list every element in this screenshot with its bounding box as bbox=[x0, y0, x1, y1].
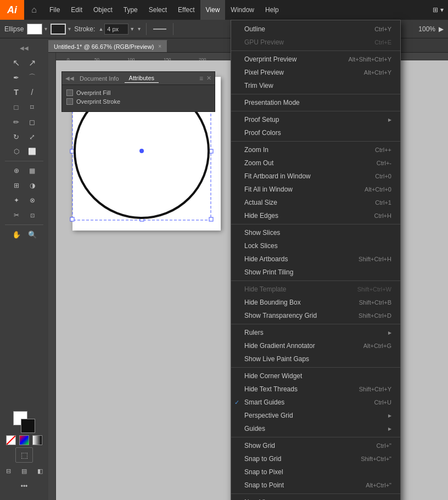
menu-item-shortcut-smart-guides: Ctrl+U bbox=[374, 399, 391, 406]
menu-view[interactable]: View bbox=[200, 0, 226, 20]
menu-window[interactable]: Window bbox=[225, 0, 260, 20]
menu-item-presentation-mode[interactable]: Presentation Mode bbox=[231, 96, 400, 109]
selection-tool[interactable]: ↖ bbox=[9, 55, 24, 70]
stroke-up-arrow[interactable]: ▲ bbox=[98, 26, 103, 32]
screen-mode-btn3[interactable]: ◧ bbox=[32, 464, 48, 478]
menu-item-hide-corner-widget[interactable]: Hide Corner Widget bbox=[231, 369, 400, 383]
free-transform-tool[interactable]: ⬜ bbox=[25, 144, 40, 159]
left-toolbar: ◀◀ ↖ ↗ ✒ ⌒ T / □ ⌑ ✏ ◻ ↻ ⤢ ⬡ ⬜ ⊕ ▦ ⊞ ◑ bbox=[0, 38, 48, 500]
menu-item-rulers[interactable]: Rulers bbox=[231, 326, 400, 339]
stroke-weight-input[interactable] bbox=[104, 24, 128, 35]
color-swatch[interactable] bbox=[19, 435, 29, 445]
screen-mode-btn2[interactable]: ▤ bbox=[16, 464, 32, 478]
scale-tool[interactable]: ⤢ bbox=[25, 130, 40, 144]
menu-object[interactable]: Object bbox=[88, 0, 118, 20]
stroke-style-dash bbox=[153, 29, 166, 30]
overprint-stroke-checkbox[interactable] bbox=[66, 98, 73, 105]
menu-item-overprint-preview[interactable]: Overprint PreviewAlt+Shift+Ctrl+Y bbox=[231, 53, 400, 66]
graph-tool[interactable]: ▦ bbox=[25, 164, 40, 178]
menu-item-label-show-slices: Show Slices bbox=[244, 229, 391, 237]
menu-edit[interactable]: Edit bbox=[65, 0, 88, 20]
menu-item-show-slices[interactable]: Show Slices bbox=[231, 226, 400, 239]
stroke-arrow2[interactable]: ▾ bbox=[138, 26, 141, 32]
zoom-tool[interactable]: 🔍 bbox=[25, 227, 40, 241]
eraser-tool[interactable]: ◻ bbox=[25, 115, 40, 129]
panel-collapse-btn[interactable]: ◀◀ bbox=[65, 75, 74, 81]
artboard-tool[interactable]: ⊡ bbox=[25, 208, 40, 222]
menu-item-trim-view[interactable]: Trim View bbox=[231, 79, 400, 92]
menu-item-guides[interactable]: Guides bbox=[231, 422, 400, 435]
stroke-down-arrow[interactable]: ▼ bbox=[130, 26, 135, 32]
menu-item-zoom-in[interactable]: Zoom InCtrl++ bbox=[231, 143, 400, 156]
direct-select-tool[interactable]: ↗ bbox=[25, 55, 40, 70]
blend-tool[interactable]: ⊗ bbox=[25, 193, 40, 207]
menu-file[interactable]: File bbox=[44, 0, 65, 20]
menu-item-new-view[interactable]: New View... bbox=[231, 496, 400, 500]
gradient-tool[interactable]: ◑ bbox=[25, 178, 40, 193]
tab-untitled[interactable]: Untitled-1* @ 66.67% (RGB/Preview) × bbox=[48, 40, 167, 52]
warp-tool[interactable]: ⬡ bbox=[9, 144, 24, 159]
menu-item-proof-setup[interactable]: Proof Setup bbox=[231, 113, 400, 126]
menu-item-snap-to-pixel[interactable]: Snap to Pixel bbox=[231, 465, 400, 479]
menu-item-label-actual-size: Actual Size bbox=[244, 199, 366, 206]
draw-mode-btn[interactable]: ⬚ bbox=[15, 447, 33, 463]
menu-item-hide-edges[interactable]: Hide EdgesCtrl+H bbox=[231, 209, 400, 222]
menu-item-show-grid[interactable]: Show GridCtrl+" bbox=[231, 439, 400, 452]
zoom-arrow[interactable]: ▶ bbox=[439, 25, 444, 33]
menu-item-zoom-out[interactable]: Zoom OutCtrl+- bbox=[231, 156, 400, 170]
menu-item-actual-size[interactable]: Actual SizeCtrl+1 bbox=[231, 196, 400, 209]
menu-item-lock-slices[interactable]: Lock Slices bbox=[231, 239, 400, 252]
lt-expand-left[interactable]: ◀◀ bbox=[16, 41, 32, 55]
symbol-sprayer-tool[interactable]: ⊕ bbox=[9, 164, 24, 178]
menu-item-proof-colors[interactable]: Proof Colors bbox=[231, 126, 400, 139]
paintbrush-tool[interactable]: ⌑ bbox=[25, 100, 40, 114]
curvature-tool[interactable]: ⌒ bbox=[25, 70, 40, 85]
menu-item-fit-artboard[interactable]: Fit Artboard in WindowCtrl+0 bbox=[231, 170, 400, 183]
rectangle-tool[interactable]: □ bbox=[9, 100, 24, 114]
pen-tool[interactable]: ✒ bbox=[9, 70, 24, 85]
home-button[interactable]: ⌂ bbox=[24, 0, 44, 20]
fill-arrow[interactable]: ▾ bbox=[44, 26, 47, 32]
line-tool[interactable]: / bbox=[25, 85, 40, 99]
panel-tab-docinfo[interactable]: Document Info bbox=[75, 74, 124, 83]
menu-item-hide-text-threads[interactable]: Hide Text ThreadsShift+Ctrl+Y bbox=[231, 383, 400, 396]
eyedropper-tool[interactable]: ✦ bbox=[9, 193, 24, 207]
screen-mode-btn[interactable]: ⊟ bbox=[1, 464, 16, 478]
menu-item-show-print-tiling[interactable]: Show Print Tiling bbox=[231, 266, 400, 279]
menu-item-snap-to-point[interactable]: Snap to PointAlt+Ctrl+" bbox=[231, 479, 400, 492]
menu-item-smart-guides[interactable]: Smart GuidesCtrl+U bbox=[231, 396, 400, 409]
menu-item-fit-all[interactable]: Fit All in WindowAlt+Ctrl+0 bbox=[231, 183, 400, 196]
fill-swatch[interactable] bbox=[27, 24, 42, 35]
menu-help[interactable]: Help bbox=[260, 0, 284, 20]
menu-item-hide-bounding-box[interactable]: Hide Bounding BoxShift+Ctrl+B bbox=[231, 296, 400, 309]
stroke-arrow[interactable]: ▾ bbox=[68, 26, 71, 32]
mesh-tool[interactable]: ⊞ bbox=[9, 178, 24, 193]
none-swatch[interactable] bbox=[6, 435, 16, 445]
panel-tab-attributes[interactable]: Attributes bbox=[125, 74, 159, 83]
menu-item-snap-to-grid[interactable]: Snap to GridShift+Ctrl+" bbox=[231, 452, 400, 465]
menu-item-show-live-paint-gaps[interactable]: Show Live Paint Gaps bbox=[231, 352, 400, 366]
menu-item-outline[interactable]: OutlineCtrl+Y bbox=[231, 23, 400, 36]
more-btn[interactable]: ••• bbox=[16, 479, 32, 493]
menu-item-show-transparency-grid[interactable]: Show Transparency GridShift+Ctrl+D bbox=[231, 309, 400, 322]
scissors-tool[interactable]: ✂ bbox=[9, 208, 24, 222]
stroke-color-swatch[interactable] bbox=[21, 419, 35, 433]
grad-swatch[interactable] bbox=[32, 435, 42, 445]
workspace-switcher[interactable]: ⊞ ▾ bbox=[433, 6, 444, 14]
panel-menu-icon[interactable]: ≡ bbox=[199, 75, 203, 82]
stroke-swatch[interactable] bbox=[51, 24, 66, 35]
panel-close-btn[interactable]: ✕ bbox=[206, 75, 211, 82]
menu-select[interactable]: Select bbox=[143, 0, 172, 20]
menu-type[interactable]: Type bbox=[118, 0, 143, 20]
type-tool[interactable]: T bbox=[9, 85, 24, 99]
overprint-fill-checkbox[interactable] bbox=[66, 89, 73, 96]
hand-tool[interactable]: ✋ bbox=[9, 227, 24, 241]
menu-effect[interactable]: Effect bbox=[172, 0, 200, 20]
menu-item-pixel-preview[interactable]: Pixel PreviewAlt+Ctrl+Y bbox=[231, 66, 400, 79]
tab-close-button[interactable]: × bbox=[158, 43, 161, 49]
menu-item-perspective-grid[interactable]: Perspective Grid bbox=[231, 409, 400, 422]
menu-item-hide-artboards[interactable]: Hide ArtboardsShift+Ctrl+H bbox=[231, 252, 400, 266]
pencil-tool[interactable]: ✏ bbox=[9, 115, 24, 129]
menu-item-hide-gradient-annotator[interactable]: Hide Gradient AnnotatorAlt+Ctrl+G bbox=[231, 339, 400, 352]
rotate-tool[interactable]: ↻ bbox=[9, 130, 24, 144]
